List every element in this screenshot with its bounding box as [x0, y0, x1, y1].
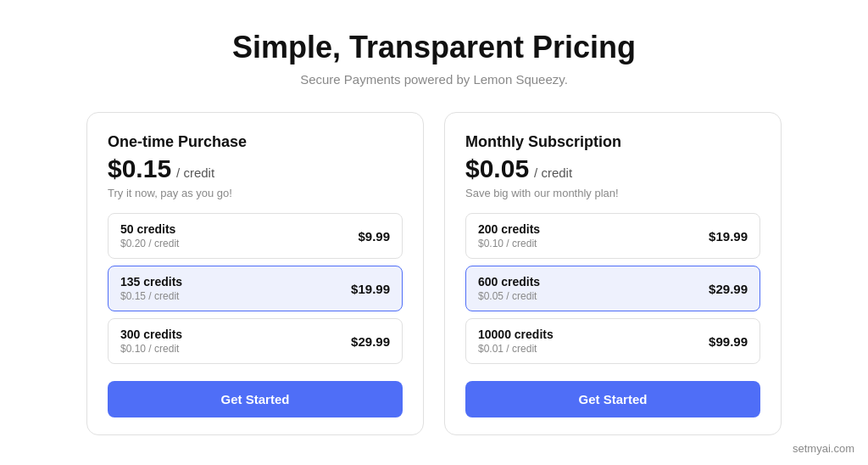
get-started-button-monthly[interactable]: Get Started	[465, 381, 760, 417]
watermark: setmyai.com	[793, 442, 854, 455]
option-price-one-time-1: $19.99	[351, 282, 390, 296]
option-per-credit-one-time-1: $0.15 / credit	[120, 290, 182, 302]
option-per-credit-monthly-1: $0.05 / credit	[478, 290, 540, 302]
card-price-monthly: $0.05	[465, 154, 529, 183]
page-title: Simple, Transparent Pricing	[232, 30, 636, 65]
card-subtitle-one-time: Try it now, pay as you go!	[108, 187, 403, 199]
pricing-card-monthly: Monthly Subscription $0.05 / credit Save…	[444, 112, 782, 435]
option-left-one-time-2: 300 credits $0.10 / credit	[120, 328, 182, 355]
option-credits-one-time-1: 135 credits	[120, 275, 182, 289]
card-price-unit-monthly: / credit	[534, 165, 572, 180]
card-title-one-time: One-time Purchase	[108, 133, 403, 151]
option-row-one-time-1[interactable]: 135 credits $0.15 / credit $19.99	[108, 266, 403, 311]
card-price-row-one-time: $0.15 / credit	[108, 154, 403, 183]
option-credits-monthly-1: 600 credits	[478, 275, 540, 289]
option-price-one-time-0: $9.99	[358, 229, 390, 244]
option-price-monthly-0: $19.99	[709, 229, 748, 244]
pricing-card-one-time: One-time Purchase $0.15 / credit Try it …	[86, 112, 424, 435]
option-left-monthly-2: 10000 credits $0.01 / credit	[478, 328, 554, 355]
card-title-monthly: Monthly Subscription	[465, 133, 760, 151]
page-subtitle: Secure Payments powered by Lemon Squeezy…	[232, 72, 636, 87]
page-header: Simple, Transparent Pricing Secure Payme…	[232, 30, 636, 87]
option-row-monthly-1[interactable]: 600 credits $0.05 / credit $29.99	[465, 266, 760, 311]
option-price-monthly-2: $99.99	[709, 334, 748, 349]
option-per-credit-one-time-2: $0.10 / credit	[120, 343, 182, 355]
card-subtitle-monthly: Save big with our monthly plan!	[465, 187, 760, 199]
get-started-button-one-time[interactable]: Get Started	[108, 381, 403, 417]
options-list-one-time: 50 credits $0.20 / credit $9.99 135 cred…	[108, 213, 403, 364]
option-left-monthly-0: 200 credits $0.10 / credit	[478, 222, 540, 249]
option-left-one-time-1: 135 credits $0.15 / credit	[120, 275, 182, 302]
option-price-monthly-1: $29.99	[709, 282, 748, 296]
option-credits-monthly-2: 10000 credits	[478, 328, 554, 341]
option-left-monthly-1: 600 credits $0.05 / credit	[478, 275, 540, 302]
option-row-monthly-2[interactable]: 10000 credits $0.01 / credit $99.99	[465, 318, 760, 364]
card-price-one-time: $0.15	[108, 154, 171, 183]
option-per-credit-one-time-0: $0.20 / credit	[120, 238, 179, 249]
option-per-credit-monthly-0: $0.10 / credit	[478, 238, 540, 249]
card-price-row-monthly: $0.05 / credit	[465, 154, 760, 183]
pricing-cards: One-time Purchase $0.15 / credit Try it …	[86, 112, 782, 435]
option-credits-one-time-2: 300 credits	[120, 328, 182, 341]
option-row-one-time-0[interactable]: 50 credits $0.20 / credit $9.99	[108, 213, 403, 259]
option-per-credit-monthly-2: $0.01 / credit	[478, 343, 554, 355]
options-list-monthly: 200 credits $0.10 / credit $19.99 600 cr…	[465, 213, 760, 364]
option-left-one-time-0: 50 credits $0.20 / credit	[120, 222, 179, 249]
option-price-one-time-2: $29.99	[351, 334, 390, 349]
option-credits-one-time-0: 50 credits	[120, 222, 179, 236]
card-price-unit-one-time: / credit	[176, 165, 214, 180]
option-credits-monthly-0: 200 credits	[478, 222, 540, 236]
option-row-one-time-2[interactable]: 300 credits $0.10 / credit $29.99	[108, 318, 403, 364]
option-row-monthly-0[interactable]: 200 credits $0.10 / credit $19.99	[465, 213, 760, 259]
